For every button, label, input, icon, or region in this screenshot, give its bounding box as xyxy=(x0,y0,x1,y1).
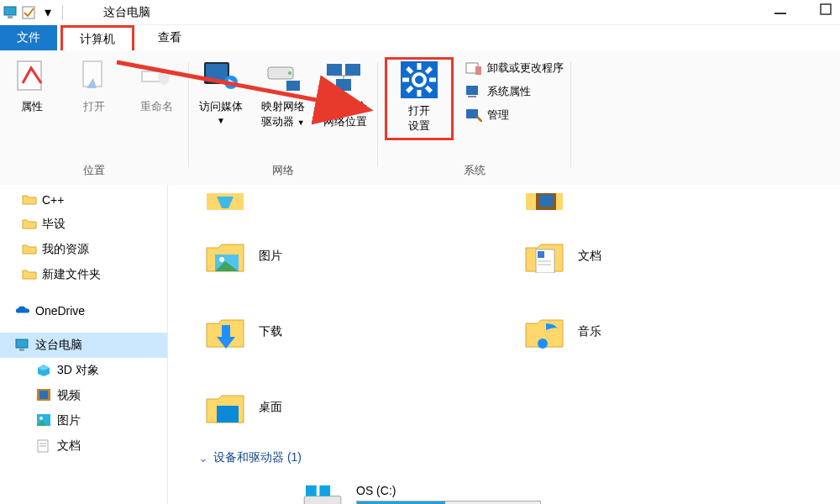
svg-rect-50 xyxy=(538,251,544,258)
nav-this-pc[interactable]: 这台电脑 xyxy=(0,333,167,358)
computer-icon xyxy=(15,339,30,352)
system-properties-label: 系统属性 xyxy=(487,84,531,99)
desktop-folder-icon xyxy=(202,384,249,431)
access-media-button[interactable]: 访问媒体 ▼ xyxy=(196,57,246,125)
ribbon-separator xyxy=(570,62,571,167)
item-label: 音乐 xyxy=(578,324,601,339)
nav-3d-objects[interactable]: 3D 对象 xyxy=(0,358,167,383)
svg-rect-34 xyxy=(466,109,478,118)
nav-label: 这台电脑 xyxy=(35,338,82,353)
svg-rect-33 xyxy=(468,96,476,97)
nav-onedrive[interactable]: OneDrive xyxy=(0,299,167,323)
ribbon-group-system: 打开设置 卸载或更改程序 系统属性 管理 系统 xyxy=(378,57,570,185)
svg-rect-1 xyxy=(8,16,13,18)
nav-videos[interactable]: 视频 xyxy=(0,383,167,408)
nav-folder-new[interactable]: 新建文件夹 xyxy=(0,262,167,287)
svg-rect-58 xyxy=(319,486,330,496)
open-settings-label-2: 设置 xyxy=(408,119,430,132)
svg-rect-55 xyxy=(217,406,239,423)
app-icon xyxy=(3,5,18,20)
svg-rect-3 xyxy=(774,13,786,14)
properties-icon xyxy=(13,57,50,94)
manage-link[interactable]: 管理 xyxy=(465,108,564,123)
folder-icon xyxy=(22,268,37,281)
devices-section-header[interactable]: ⌄ 设备和驱动器 (1) xyxy=(198,450,302,465)
svg-rect-32 xyxy=(466,86,478,95)
svg-rect-31 xyxy=(475,66,481,75)
svg-rect-39 xyxy=(39,391,48,399)
onedrive-icon xyxy=(15,304,30,318)
uninstall-label: 卸载或更改程序 xyxy=(487,60,564,76)
svg-rect-37 xyxy=(19,349,24,351)
title-bar-separator xyxy=(62,5,63,20)
minimize-button[interactable] xyxy=(774,3,786,18)
rename-label: 重命名 xyxy=(140,99,173,114)
system-properties-link[interactable]: 系统属性 xyxy=(465,84,564,99)
folder-item-documents[interactable]: 文档 xyxy=(521,218,840,294)
rename-button[interactable]: 重命名 xyxy=(131,57,181,114)
title-bar: ▾ 这台电脑 xyxy=(0,0,840,25)
folder-icon xyxy=(22,243,37,256)
open-label: 打开 xyxy=(83,99,105,114)
nav-label: 图片 xyxy=(57,413,81,428)
gear-icon xyxy=(401,61,438,98)
nav-label: 视频 xyxy=(57,388,81,403)
access-media-icon xyxy=(202,57,239,94)
map-drive-icon xyxy=(265,57,302,94)
ribbon-group-network: 访问媒体 ▼ 映射网络驱动器 ▼ 添加一个网络位置 网络 xyxy=(189,57,377,185)
drive-item-os-c[interactable]: OS (C:) xyxy=(299,484,541,504)
folder-item-pictures[interactable]: 图片 xyxy=(202,218,521,294)
svg-rect-25 xyxy=(429,78,436,82)
item-label: 文档 xyxy=(578,249,601,264)
add-network-location-icon xyxy=(327,57,364,94)
item-label: 图片 xyxy=(259,249,282,264)
nav-folder-bishe[interactable]: 毕设 xyxy=(0,212,167,237)
group-label-system: 系统 xyxy=(464,163,486,178)
maximize-button[interactable] xyxy=(820,3,832,18)
uninstall-programs-link[interactable]: 卸载或更改程序 xyxy=(465,60,564,76)
svg-rect-36 xyxy=(16,339,28,348)
qat-checkbox-icon[interactable] xyxy=(22,5,37,20)
tab-computer[interactable]: 计算机 xyxy=(60,25,134,50)
map-drive-button[interactable]: 映射网络驱动器 ▼ xyxy=(258,57,308,129)
nav-label: C++ xyxy=(42,193,64,207)
folder-item-desktop[interactable]: 桌面 xyxy=(202,370,521,445)
drive-icon xyxy=(299,484,346,504)
open-button[interactable]: 打开 xyxy=(69,57,119,114)
qat-dropdown-icon[interactable]: ▾ xyxy=(40,5,55,20)
svg-point-48 xyxy=(219,257,224,262)
folder-item-downloads[interactable]: 下载 xyxy=(202,294,521,370)
nav-label: 我的资源 xyxy=(42,242,89,257)
main-area: C++ 毕设 我的资源 新建文件夹 OneDrive 这台电脑 3D 对象 xyxy=(0,185,840,504)
folder-item-partial[interactable] xyxy=(521,185,840,218)
tab-view[interactable]: 查看 xyxy=(141,25,198,50)
item-label: 下载 xyxy=(259,324,282,339)
drive-label: OS (C:) xyxy=(356,484,541,497)
item-label: 桌面 xyxy=(259,400,282,415)
add-network-location-button[interactable]: 添加一个网络位置 xyxy=(320,57,370,129)
map-drive-label-1: 映射网络 xyxy=(261,100,305,113)
nav-folder-myresource[interactable]: 我的资源 xyxy=(0,237,167,262)
folder-icon xyxy=(22,218,37,231)
svg-rect-57 xyxy=(306,486,317,496)
pictures-folder-icon xyxy=(202,233,249,280)
manage-icon xyxy=(465,108,482,122)
svg-rect-24 xyxy=(402,78,409,82)
properties-button[interactable]: 属性 xyxy=(7,57,57,114)
documents-icon xyxy=(37,439,52,453)
properties-label: 属性 xyxy=(21,99,43,114)
nav-pictures[interactable]: 图片 xyxy=(0,408,167,433)
folder-item-music[interactable]: 音乐 xyxy=(521,294,840,370)
window-controls xyxy=(774,3,832,18)
svg-rect-53 xyxy=(222,325,230,337)
dropdown-icon: ▼ xyxy=(297,118,305,127)
open-settings-highlight: 打开设置 xyxy=(385,57,454,140)
add-loc-label-2: 网络位置 xyxy=(323,115,367,128)
open-settings-button[interactable]: 打开设置 xyxy=(394,61,444,133)
folder-item-partial[interactable] xyxy=(202,185,521,218)
svg-point-8 xyxy=(158,68,170,85)
documents-folder-icon xyxy=(521,233,568,280)
nav-documents[interactable]: 文档 xyxy=(0,433,167,459)
nav-folder-cpp[interactable]: C++ xyxy=(0,188,167,212)
tab-file[interactable]: 文件 xyxy=(0,25,57,50)
